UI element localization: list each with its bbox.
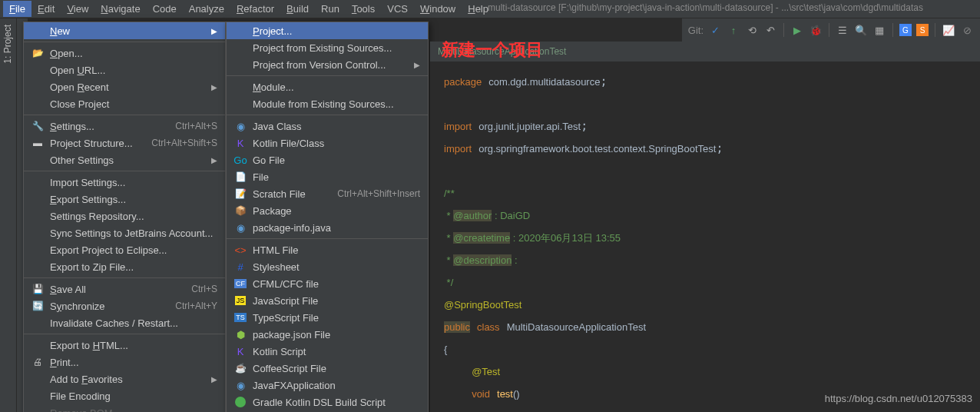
pkgjson-icon: ⬢ bbox=[233, 329, 248, 341]
structure-icon: ▬ bbox=[30, 138, 45, 148]
menu-html-file[interactable]: <>HTML File bbox=[227, 241, 428, 258]
menu-coffeescript-file[interactable]: ☕CoffeeScript File bbox=[227, 360, 428, 377]
menu-settings[interactable]: 🔧Settings...Ctrl+Alt+S bbox=[24, 118, 225, 135]
menu-typescript-file[interactable]: TSTypeScript File bbox=[227, 309, 428, 326]
menu-go-file[interactable]: GoGo File bbox=[227, 151, 428, 168]
coffee-icon: ☕ bbox=[233, 363, 248, 374]
menu-module[interactable]: Module... bbox=[227, 78, 428, 95]
menu-javascript-file[interactable]: JSJavaScript File bbox=[227, 292, 428, 309]
menu-add-to-favorites[interactable]: Add to Favorites▶ bbox=[24, 370, 225, 387]
menubar-run[interactable]: Run bbox=[315, 1, 346, 17]
annotation-overlay: 新建一个项目 bbox=[442, 38, 543, 61]
menu-sync-settings-to-jetbrains-account[interactable]: Sync Settings to JetBrains Account... bbox=[24, 224, 225, 241]
vcs-update-icon[interactable]: ✓ bbox=[708, 23, 722, 37]
menu-new[interactable]: New▶ bbox=[24, 22, 225, 39]
js-icon: JS bbox=[233, 296, 248, 305]
menu-export-project-to-eclipse[interactable]: Export Project to Eclipse... bbox=[24, 241, 225, 258]
menu-kotlin-file-class[interactable]: KKotlin File/Class bbox=[227, 135, 428, 151]
profiler-icon[interactable]: 📈 bbox=[942, 23, 955, 37]
menubar-vcs[interactable]: VCS bbox=[381, 1, 414, 17]
menu-package-json-file[interactable]: ⬢package.json File bbox=[227, 326, 428, 343]
go-icon: Go bbox=[233, 154, 248, 166]
file-menu-dropdown: New▶📂Open...Open URL...Open Recent▶Close… bbox=[23, 22, 226, 412]
menu-project-from-version-control[interactable]: Project from Version Control...▶ bbox=[227, 56, 428, 73]
menu-gradle-kotlin-dsl-build-script[interactable]: Gradle Kotlin DSL Build Script bbox=[227, 394, 428, 410]
menu-project[interactable]: Project... bbox=[227, 22, 428, 39]
jfx-icon: ◉ bbox=[233, 380, 248, 391]
menubar-tools[interactable]: Tools bbox=[346, 1, 381, 17]
checkstyle-icon[interactable]: ▦ bbox=[872, 23, 886, 37]
google-icon[interactable]: G bbox=[899, 24, 912, 36]
menu-scratch-file[interactable]: 📝Scratch FileCtrl+Alt+Shift+Insert bbox=[227, 185, 428, 202]
menu-project-structure[interactable]: ▬Project Structure...Ctrl+Alt+Shift+S bbox=[24, 135, 225, 151]
html-icon: <> bbox=[233, 244, 248, 256]
menu-stylesheet[interactable]: #Stylesheet bbox=[227, 258, 428, 275]
menu-save-all[interactable]: 💾Save AllCtrl+S bbox=[24, 281, 225, 297]
vcs-commit-icon[interactable]: ↑ bbox=[727, 23, 740, 37]
submenu-arrow-icon: ▶ bbox=[211, 83, 217, 91]
package-stmt: com.dgd.multidatasource bbox=[488, 76, 600, 88]
menu-settings-repository[interactable]: Settings Repository... bbox=[24, 208, 225, 224]
menubar-view[interactable]: View bbox=[61, 1, 94, 17]
menu-import-settings[interactable]: Import Settings... bbox=[24, 174, 225, 191]
menubar-window[interactable]: Window bbox=[414, 1, 462, 17]
menu-print[interactable]: 🖨Print... bbox=[24, 354, 225, 370]
menubar-file[interactable]: File bbox=[3, 1, 31, 17]
project-tool-tab[interactable]: 1: Project bbox=[0, 18, 15, 70]
menu-package-info-java[interactable]: ◉package-info.java bbox=[227, 219, 428, 236]
menu-open-recent[interactable]: Open Recent▶ bbox=[24, 78, 225, 95]
run-icon[interactable]: ▶ bbox=[790, 23, 804, 37]
search-icon[interactable]: 🔍 bbox=[854, 23, 868, 37]
window-title: multi-datasource [F:\github\my-project\j… bbox=[488, 2, 923, 13]
menu-kotlin-script[interactable]: KKotlin Script bbox=[227, 343, 428, 360]
menubar-edit[interactable]: Edit bbox=[31, 1, 61, 17]
menubar-build[interactable]: Build bbox=[280, 1, 315, 17]
menu-module-from-existing-sources[interactable]: Module from Existing Sources... bbox=[227, 95, 428, 112]
stop-icon[interactable]: ⊘ bbox=[960, 23, 974, 37]
pkginfo-icon: ◉ bbox=[233, 222, 248, 234]
menu-export-settings[interactable]: Export Settings... bbox=[24, 191, 225, 208]
menu-project-from-existing-sources[interactable]: Project from Existing Sources... bbox=[227, 39, 428, 56]
submenu-arrow-icon: ▶ bbox=[211, 27, 217, 35]
menu-invalidate-caches-restart[interactable]: Invalidate Caches / Restart... bbox=[24, 314, 225, 331]
menu-other-settings[interactable]: Other Settings▶ bbox=[24, 151, 225, 168]
java-icon: ◉ bbox=[233, 121, 248, 132]
menu-export-to-zip-file[interactable]: Export to Zip File... bbox=[24, 258, 225, 275]
top-toolbar: Git: ✓ ↑ ⟲ ↶ ▶ 🐞 ☰ 🔍 ▦ G S 📈 ⊘ bbox=[682, 18, 980, 42]
menu-close-project[interactable]: Close Project bbox=[24, 95, 225, 112]
menubar-analyze[interactable]: Analyze bbox=[183, 1, 230, 17]
code-editor[interactable]: package com.dgd.multidatasource; import … bbox=[430, 61, 980, 412]
submenu-arrow-icon: ▶ bbox=[211, 156, 217, 164]
cfml-icon: CF bbox=[233, 279, 248, 288]
gradle-icon bbox=[233, 397, 248, 407]
structure-icon[interactable]: ☰ bbox=[836, 23, 849, 37]
left-gutter: 1: Project bbox=[0, 18, 17, 412]
debug-icon[interactable]: 🐞 bbox=[809, 23, 823, 37]
kts-icon: K bbox=[233, 346, 248, 357]
menu-package[interactable]: 📦Package bbox=[227, 202, 428, 219]
menubar-navigate[interactable]: Navigate bbox=[94, 1, 146, 17]
menu-open-url[interactable]: Open URL... bbox=[24, 61, 225, 78]
menu-java-class[interactable]: ◉Java Class bbox=[227, 118, 428, 135]
vcs-history-icon[interactable]: ⟲ bbox=[745, 23, 759, 37]
menu-cfml-cfc-file[interactable]: CFCFML/CFC file bbox=[227, 275, 428, 292]
menubar-refactor[interactable]: Refactor bbox=[230, 1, 280, 17]
menu-open[interactable]: 📂Open... bbox=[24, 45, 225, 61]
print-icon: 🖨 bbox=[30, 357, 45, 367]
open-icon: 📂 bbox=[30, 48, 45, 58]
kotlin-icon: K bbox=[233, 138, 248, 149]
settings-icon: 🔧 bbox=[30, 121, 45, 131]
sync-icon: 🔄 bbox=[30, 301, 45, 311]
menu-export-to-html[interactable]: Export to HTML... bbox=[24, 337, 225, 354]
vcs-revert-icon[interactable]: ↶ bbox=[763, 23, 777, 37]
menu-file[interactable]: 📄File bbox=[227, 168, 428, 185]
stackoverflow-icon[interactable]: S bbox=[916, 24, 929, 36]
menu-file-encoding[interactable]: File Encoding bbox=[24, 387, 225, 404]
menu-javafxapplication[interactable]: ◉JavaFXApplication bbox=[227, 377, 428, 394]
watermark: https://blog.csdn.net/u012075383 bbox=[825, 393, 972, 404]
menu-remove-bom: Remove BOM bbox=[24, 404, 225, 412]
new-submenu-dropdown: Project...Project from Existing Sources.… bbox=[226, 22, 429, 412]
menu-synchronize[interactable]: 🔄SynchronizeCtrl+Alt+Y bbox=[24, 297, 225, 314]
ts-icon: TS bbox=[233, 313, 248, 322]
menubar-code[interactable]: Code bbox=[147, 1, 183, 17]
